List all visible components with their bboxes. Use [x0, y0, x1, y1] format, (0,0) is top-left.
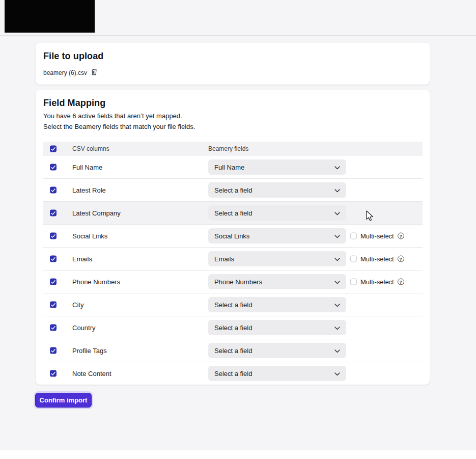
row-checkbox[interactable] [50, 279, 57, 285]
confirm-import-button[interactable]: Confirm import [35, 393, 92, 408]
mapping-table-row: Profile Tags Select a field [43, 339, 423, 362]
chevron-down-icon [334, 370, 340, 377]
checkbox-checked-icon [50, 279, 57, 285]
beamery-field-value: Select a field [214, 324, 252, 332]
checkbox-checked-icon [50, 256, 57, 262]
beamery-field-dropdown[interactable]: Select a field [208, 182, 346, 198]
row-checkbox[interactable] [50, 302, 57, 308]
beamery-fields-header: Beamery fields [208, 145, 248, 152]
field-mapping-card: Field Mapping You have 6 active fields t… [36, 90, 430, 385]
file-card-title: File to upload [43, 51, 103, 62]
multi-select-group: Multi-select ? [350, 232, 404, 240]
csv-column-label: Phone Numbers [72, 278, 120, 286]
mapping-table-header: CSV columns Beamery fields [43, 142, 423, 156]
chevron-down-icon [334, 255, 340, 263]
trash-icon [91, 68, 97, 77]
checkbox-checked-icon [50, 370, 57, 377]
beamery-field-dropdown[interactable]: Select a field [208, 297, 346, 312]
row-checkbox[interactable] [50, 210, 57, 217]
multi-select-group: Multi-select ? [350, 278, 404, 286]
csv-column-label: City [72, 301, 83, 309]
beamery-field-value: Phone Numbers [214, 278, 262, 286]
beamery-field-value: Full Name [214, 164, 244, 171]
multi-select-label: Multi-select [360, 232, 394, 240]
beamery-field-value: Select a field [214, 370, 252, 377]
uploaded-file-name: beamery (6).csv [43, 69, 87, 76]
mapping-table-row: City Select a field [43, 293, 423, 316]
beamery-field-dropdown[interactable]: Full Name [208, 159, 346, 175]
multi-select-checkbox[interactable] [350, 279, 357, 285]
row-checkbox[interactable] [50, 256, 57, 262]
mapping-table-row: Phone Numbers Phone Numbers Multi-select… [43, 270, 423, 293]
beamery-field-value: Select a field [214, 209, 252, 217]
multi-select-checkbox[interactable] [350, 256, 357, 262]
checkbox-checked-icon [50, 187, 57, 194]
help-question-icon[interactable]: ? [398, 233, 404, 239]
csv-columns-header: CSV columns [72, 145, 109, 152]
mapping-table-row: Social Links Social Links Multi-select ? [43, 224, 423, 247]
csv-column-label: Emails [72, 255, 92, 263]
beamery-field-value: Social Links [214, 232, 249, 240]
header-divider [0, 35, 476, 36]
multi-select-label: Multi-select [360, 255, 394, 263]
delete-file-button[interactable] [91, 68, 97, 77]
help-question-icon[interactable]: ? [398, 256, 404, 262]
checkbox-checked-icon [50, 164, 57, 171]
top-left-redacted-region [5, 0, 95, 33]
row-checkbox[interactable] [50, 187, 57, 194]
beamery-field-dropdown[interactable]: Social Links [208, 228, 346, 244]
import-page: File to upload beamery (6).csv Field Map… [0, 0, 476, 459]
multi-select-label: Multi-select [360, 278, 394, 286]
csv-column-label: Country [72, 324, 96, 332]
mapping-table-row: Full Name Full Name [43, 156, 423, 178]
beamery-field-dropdown[interactable]: Select a field [208, 343, 346, 358]
multi-select-checkbox[interactable] [350, 233, 357, 239]
beamery-field-value: Select a field [214, 186, 252, 194]
chevron-down-icon [334, 278, 340, 286]
csv-column-label: Latest Company [72, 209, 121, 217]
row-checkbox[interactable] [50, 370, 57, 377]
beamery-field-dropdown[interactable]: Select a field [208, 205, 346, 221]
checkbox-checked-icon [50, 347, 57, 354]
csv-column-label: Profile Tags [72, 347, 107, 355]
chevron-down-icon [334, 232, 340, 240]
beamery-field-value: Select a field [214, 347, 252, 355]
row-checkbox[interactable] [50, 233, 57, 239]
beamery-field-dropdown[interactable]: Select a field [208, 320, 346, 335]
mapping-table-row: Country Select a field [43, 316, 423, 339]
mapping-table-row: Latest Role Select a field [43, 178, 423, 201]
csv-column-label: Full Name [72, 164, 102, 171]
beamery-field-dropdown[interactable]: Emails [208, 251, 346, 266]
beamery-field-dropdown[interactable]: Select a field [208, 366, 346, 381]
chevron-down-icon [334, 186, 340, 194]
bottom-strip [0, 450, 476, 459]
csv-column-label: Note Content [72, 370, 111, 377]
unmapped-fields-message: You have 6 active fields that aren’t yet… [43, 112, 182, 120]
chevron-down-icon [334, 324, 340, 332]
beamery-field-value: Select a field [214, 301, 252, 309]
checkbox-checked-icon [50, 233, 57, 239]
mapping-card-title: Field Mapping [43, 98, 105, 109]
row-checkbox[interactable] [50, 325, 57, 331]
row-checkbox[interactable] [50, 347, 57, 354]
mapping-table-row: Emails Emails Multi-select ? [43, 247, 423, 270]
mapping-table-row: Note Content Select a field [43, 362, 423, 385]
checkbox-checked-icon [50, 302, 57, 308]
csv-column-label: Latest Role [72, 186, 106, 194]
chevron-down-icon [334, 347, 340, 355]
mapping-table-row: Latest Company Select a field [43, 201, 423, 224]
beamery-field-dropdown[interactable]: Phone Numbers [208, 274, 346, 289]
help-question-icon[interactable]: ? [398, 279, 404, 285]
uploaded-file-row: beamery (6).csv [43, 68, 97, 77]
mapping-table-body: Full Name Full Name Latest Role Select a… [43, 156, 423, 385]
chevron-down-icon [334, 209, 340, 217]
checkbox-checked-icon [50, 146, 57, 152]
row-checkbox[interactable] [50, 164, 57, 171]
mapping-instructions: Select the Beamery fields that match you… [43, 123, 195, 130]
checkbox-checked-icon [50, 210, 57, 217]
beamery-field-value: Emails [214, 255, 234, 263]
multi-select-group: Multi-select ? [350, 255, 404, 263]
select-all-checkbox[interactable] [50, 146, 57, 152]
file-upload-card: File to upload beamery (6).csv [36, 43, 430, 85]
chevron-down-icon [334, 164, 340, 171]
